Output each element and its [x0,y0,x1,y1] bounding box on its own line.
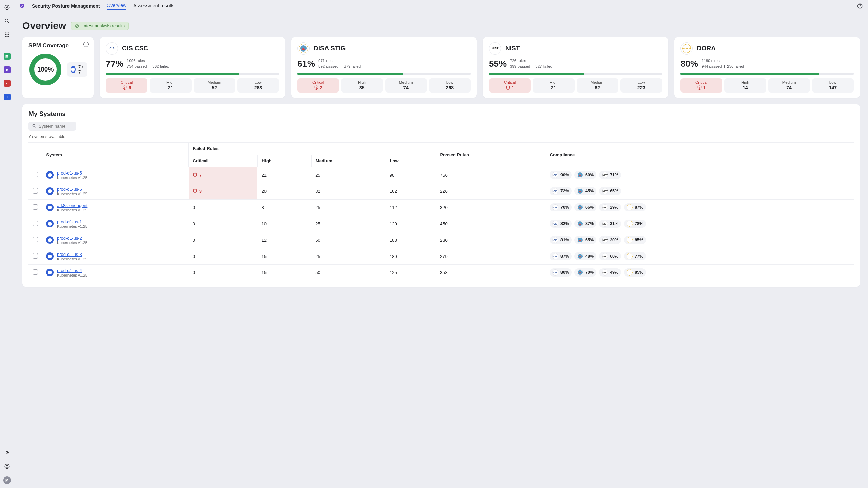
framework-card-1[interactable]: DISA STIG61%971 rules592 passed | 379 fa… [291,37,477,98]
app-badge-blue[interactable]: ⊞ [4,94,11,100]
system-link[interactable]: prod-c1-us-3 [57,252,87,257]
expand-icon[interactable] [4,449,11,456]
tab-assessment[interactable]: Assessment results [133,3,174,9]
row-checkbox[interactable] [33,188,38,194]
cell-critical: 7 [189,167,258,183]
col-compliance: Compliance [546,142,854,167]
apps-icon[interactable] [4,31,11,38]
help-circle-icon[interactable] [856,3,863,9]
avatar[interactable]: M [3,476,11,484]
svg-point-6 [8,32,9,33]
cis-mini-icon: CIS [552,269,558,276]
row-checkbox[interactable] [33,237,38,242]
sev-low[interactable]: Low223 [620,78,662,93]
cell-low: 120 [386,216,436,232]
nist-mini-icon: NIST [602,253,608,259]
tab-overview[interactable]: Overview [107,3,126,10]
sev-high[interactable]: High21 [533,78,574,93]
shield-alert-icon [193,172,197,177]
col-critical[interactable]: Critical [189,155,258,167]
row-checkbox[interactable] [33,221,38,226]
system-link[interactable]: prod-c1-us-1 [57,219,87,224]
svg-text:DORA: DORA [683,47,690,50]
svg-point-12 [8,36,9,37]
svg-point-2 [5,19,8,22]
sev-critical[interactable]: Critical1 [489,78,531,93]
cell-low: 188 [386,232,436,248]
system-link[interactable]: prod-c1-us-5 [57,170,87,176]
svg-marker-39 [48,189,52,193]
app-badge-green[interactable]: ▤ [4,53,11,60]
col-passed[interactable]: Passed Rules [436,142,546,167]
svg-point-9 [8,34,9,35]
col-system[interactable]: System [42,142,189,167]
svg-point-26 [316,88,316,89]
systems-count: 7 systems available [28,134,854,139]
system-link[interactable]: prod-c1-us-2 [57,236,87,241]
col-medium[interactable]: Medium [311,155,386,167]
app-badge-red[interactable]: ▲ [4,80,11,87]
framework-card-0[interactable]: CISCIS CSC77%1096 rules734 passed | 362 … [100,37,285,98]
cell-low: 112 [386,199,436,216]
cell-compliance: CIS90%60%NIST71% [546,167,854,183]
sev-medium[interactable]: Medium82 [577,78,618,93]
cell-medium: 25 [311,199,386,216]
compass-icon[interactable] [4,4,11,11]
system-link[interactable]: a-k8s-oneagent [57,203,87,208]
help-icon[interactable] [4,463,11,470]
framework-stats: 971 rules592 passed | 379 failed [318,58,361,70]
app-badge-purple[interactable]: ◆ [4,66,11,73]
cis-mini-icon: CIS [552,253,558,259]
sev-low[interactable]: Low283 [237,78,279,93]
svg-marker-43 [48,205,52,209]
sev-low[interactable]: Low268 [429,78,471,93]
search-sm-icon [32,124,37,128]
svg-marker-49 [48,254,52,258]
sev-critical[interactable]: Critical1 [680,78,722,93]
cell-compliance: CIS87%48%NIST60%77% [546,248,854,264]
col-failed: Failed Rules [189,142,436,155]
sev-medium[interactable]: Medium74 [768,78,810,93]
svg-point-32 [699,88,699,89]
row-checkbox[interactable] [33,269,38,275]
system-link[interactable]: prod-c1-us-6 [57,187,87,192]
info-icon[interactable]: i [83,42,89,47]
col-low[interactable]: Low [386,155,436,167]
sev-medium[interactable]: Medium74 [385,78,427,93]
sev-critical[interactable]: Critical2 [297,78,339,93]
nist-mini-icon: NIST [602,237,608,243]
framework-pct: 80% [680,59,698,69]
sev-high[interactable]: High21 [150,78,191,93]
framework-logo: CIS [106,42,118,55]
system-meta: Kubernetes v1.25 [57,176,87,180]
analysis-badge-text: Latest analysis results [81,23,125,28]
sev-medium[interactable]: Medium52 [194,78,235,93]
cell-high: 15 [257,264,311,281]
cell-medium: 25 [311,167,386,183]
cell-high: 8 [257,199,311,216]
k8s-row-icon [46,187,54,195]
row-checkbox[interactable] [33,253,38,259]
search-input-wrap[interactable] [28,122,76,131]
framework-card-2[interactable]: NISTNIST55%726 rules399 passed | 327 fai… [483,37,668,98]
sev-critical[interactable]: Critical6 [106,78,147,93]
sev-low[interactable]: Low147 [812,78,854,93]
col-high[interactable]: High [257,155,311,167]
framework-card-3[interactable]: DORADORA80%1180 rules944 passed | 236 fa… [674,37,860,98]
sev-high[interactable]: High35 [341,78,383,93]
search-input[interactable] [39,124,73,129]
compliance-chip: CIS72% [550,187,572,195]
search-icon[interactable] [4,18,11,24]
topbar: Security Posture Management Overview Ass… [14,0,868,12]
sev-high[interactable]: High14 [724,78,766,93]
row-checkbox[interactable] [33,204,38,210]
row-checkbox[interactable] [33,172,38,177]
k8s-chip: 7 / 7 [67,62,87,77]
system-meta: Kubernetes v1.25 [57,273,87,277]
system-link[interactable]: prod-c1-us-4 [57,268,87,273]
systems-table: System Failed Rules Passed Rules Complia… [28,142,854,281]
svg-point-41 [195,192,195,192]
systems-panel: My Systems 7 systems available System Fa… [22,104,860,287]
system-meta: Kubernetes v1.25 [57,224,87,228]
svg-point-8 [6,34,7,35]
